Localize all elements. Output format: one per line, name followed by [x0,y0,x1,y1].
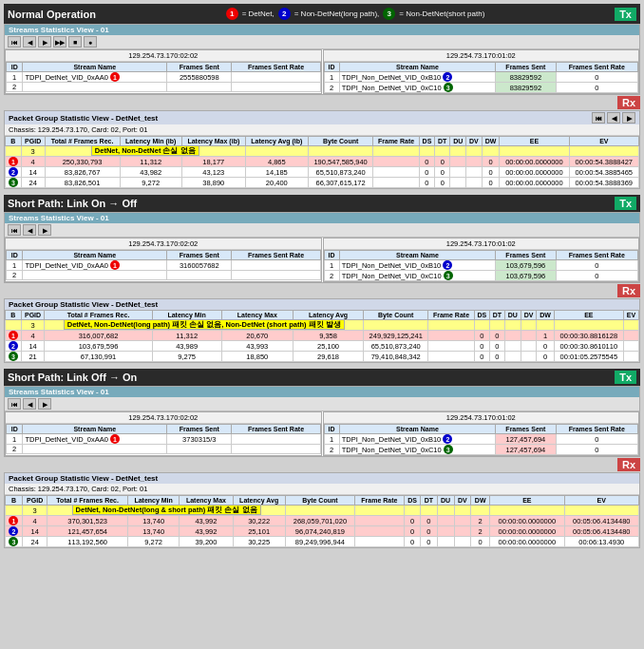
legend-3-text: = Non-DetNet(short path) [399,10,484,18]
tx-label-normal: Tx [615,8,636,21]
toolbar-btn-o3[interactable]: ▶ [38,398,51,410]
legend-2-badge: 2 [278,8,291,20]
table-row: 3 DetNet, Non-DetNet(long & short path) … [6,506,639,516]
tx-toolbar-short-off: ⏮ ◀ ▶ [5,223,639,238]
table-row: 1 TDPI_Non_DetNet_VID_0xB10 2 83829592 0 [324,72,638,83]
col-id: ID [7,63,23,72]
legend-1-badge: 1 [226,8,238,20]
col-rate-r: Frames Sent Rate [556,63,637,72]
tx-left-panel-short-on: 129.254.73.170:02:02 ID Stream Name Fram… [5,411,322,456]
warn-text-short-off: DetNet, Non-DetNet(long path) 패킷 손실 없음, … [64,319,345,330]
tx-right-panel-short-on: 129.254.73.170:01:02 ID Stream Name Fram… [323,411,640,456]
section-short-on-header: Short Path: Link Off → On Tx [4,369,640,386]
table-row: 2 TDPI_Non_DetNet_VID_0xC10 3 83829592 0 [324,83,638,93]
tx-right-table-normal: ID Stream Name Frames Sent Frames Sent R… [324,62,639,93]
warn-text-normal: DetNet, Non-DetNet 손실 없음 [91,145,199,156]
section-normal-title: Normal Operation [8,9,96,20]
table-row: 3 DetNet, Non-DetNet 손실 없음 [6,146,639,157]
legend-2-text: = Non-DetNet(long path), [294,10,380,18]
col-frames-sent: Frames Sent [167,63,232,72]
tx-label-short-off: Tx [615,197,636,210]
toolbar-btn-s3[interactable]: ▶ [38,224,51,236]
table-row: 2 [7,445,321,454]
table-row: 2 14 121,457,654 13,740 43,992 25,101 96… [6,526,639,537]
col-stream-r: Stream Name [339,63,496,72]
rx-table-normal: B PGID Total # Frames Rec. Latency Min (… [5,136,639,188]
toolbar-btn-s2[interactable]: ◀ [23,224,36,236]
tx-title-bar-normal: Streams Statistics View - 01 [5,25,639,35]
table-row: 2 [7,83,321,92]
table-row: 1 TDPI_DetNet_VID_0xAA0 1 3730315/3 [7,434,321,445]
table-row: 2 [7,271,321,280]
rx-btn-2[interactable]: ◀ [607,112,620,124]
table-row: 3 24 83,826,501 9,272 38,890 20,400 66,3… [6,178,639,188]
table-row: 2 14 103,679,596 43,989 43,993 25,100 65… [6,341,639,352]
rx-title-normal: Packet Group Statistic View - DetNet_tes… [5,111,639,124]
table-row: 1 TDPI_Non_DetNet_VID_0xB10 2 103,679,59… [324,260,638,271]
rx-label-row-short-on: Rx [4,458,640,471]
rx-panel-short-on: Packet Group Statistic View - DetNet_tes… [4,472,640,548]
tx-panel-short-on: Streams Statistics View - 01 ⏮ ◀ ▶ 129.2… [4,386,640,457]
warn-text-short-on: DetNet, Non-DetNet(long & short path) 패킷… [72,505,261,515]
toolbar-btn-s1[interactable]: ⏮ [8,224,21,236]
tx-toolbar-short-on: ⏮ ◀ ▶ [5,397,639,411]
col-stream: Stream Name [23,63,167,72]
table-row: 1 4 370,301,523 13,740 43,992 30,222 268… [6,516,639,526]
col-id-r: ID [324,63,339,72]
table-row: 1 4 250,330,793 11,312 18,177 4,865 190,… [6,157,639,167]
toolbar-btn-6[interactable]: ● [84,36,97,48]
toolbar-btn-2[interactable]: ◀ [23,36,36,48]
tx-right-ip-normal: 129.254.73.170:01:02 [324,50,639,62]
toolbar-btn-1[interactable]: ⏮ [8,36,21,48]
tx-sub-panels-normal: 129.254.73.170:02:02 ID Stream Name Fram… [5,49,639,94]
rx-table-short-on: B PGID Total # Frames Rec. Latency Min L… [5,495,639,547]
table-row: 1 TDPI_DetNet_VID_0xAA0 1 3160057682 [7,260,321,271]
badge-1-normal: 1 [110,72,120,82]
tx-right-panel-short-off: 129.254.73.170:01:02 ID Stream Name Fram… [323,238,640,282]
rx-chassis-normal: Chassis: 129.254.73.170, Card: 02, Port:… [5,124,639,136]
table-row: 1 4 316,007,682 11,312 20,670 9,358 249,… [6,331,639,341]
rx-label-row-normal: Rx [4,96,640,109]
tx-title-bar-short-off: Streams Statistics View - 01 [5,213,639,223]
rx-table-short-off: B PGID Total # Frames Rec. Latency Min L… [5,310,639,362]
section-short-off-header: Short Path: Link On → Off Tx [4,195,640,212]
table-row: 1 TDPI_Non_DetNet_VID_0xB10 2 127,457,69… [324,434,638,445]
table-row: 1 TDPI_DetNet_VID_0xAA0 1 2555880598 [7,72,321,83]
table-row: 3 21 67,130,991 9,275 18,850 29,618 79,4… [6,352,639,362]
rx-label-normal: Rx [617,96,640,109]
toolbar-btn-o2[interactable]: ◀ [23,398,36,410]
table-row: 3 24 113,192,560 9,272 39,200 30,225 89,… [6,537,639,547]
tx-panel-normal: Streams Statistics View - 01 ⏮ ◀ ▶ ▶▶ ■ … [4,24,640,95]
tx-right-panel-normal: 129.254.73.170:01:02 ID Stream Name Fram… [323,49,640,94]
toolbar-btn-4[interactable]: ▶▶ [53,36,66,48]
rx-panel-normal: Packet Group Statistic View - DetNet_tes… [4,110,640,189]
rx-toolbar-normal: ⏮ ◀ ▶ [592,112,635,124]
section-normal-header: Normal Operation 1 = DetNet, 2 = Non-Det… [4,4,640,24]
rx-btn-3[interactable]: ▶ [622,112,635,124]
section-short-off: Short Path: Link On → Off Tx Streams Sta… [4,195,640,363]
table-row: 2 TDPI_Non_DetNet_VID_0xC10 3 103,679,59… [324,271,638,281]
toolbar-btn-3[interactable]: ▶ [38,36,51,48]
tx-sub-panels-short-off: 129.254.73.170:02:02 ID Stream Name Fram… [5,238,639,282]
table-row: 3 DetNet, Non-DetNet(long path) 패킷 손실 없음… [6,320,639,331]
rx-label-row-short-off: Rx [4,284,640,297]
tx-toolbar-normal: ⏮ ◀ ▶ ▶▶ ■ ● [5,35,639,49]
rx-btn-1[interactable]: ⏮ [592,112,605,124]
tx-left-ip-normal: 129.254.73.170:02:02 [6,50,321,62]
badge-2-normal: 2 [443,72,452,82]
tx-right-table-short-off: ID Stream Name Frames Sent Frames Sent R… [324,250,639,281]
tx-panel-short-off: Streams Statistics View - 01 ⏮ ◀ ▶ 129.2… [4,212,640,283]
col-frames-r: Frames Sent [496,63,556,72]
main-container: Normal Operation 1 = DetNet, 2 = Non-Det… [0,0,644,554]
toolbar-btn-5[interactable]: ■ [68,36,82,48]
col-rate: Frames Sent Rate [232,63,320,72]
badge-3-normal: 3 [444,83,453,92]
tx-title-normal: Streams Statistics View - 01 [9,26,109,34]
tx-left-table-short-off: ID Stream Name Frames Sent Frames Sent R… [6,250,321,280]
toolbar-btn-o1[interactable]: ⏮ [8,398,21,410]
tx-left-table-normal: ID Stream Name Frames Sent Frames Sent R… [6,62,321,92]
legend-3-badge: 3 [383,8,395,20]
rx-panel-short-off: Packet Group Statistic View - DetNet_tes… [4,298,640,363]
section-short-on-title: Short Path: Link Off → On [8,372,137,383]
table-row: 2 TDPI_Non_DetNet_VID_0xC10 3 127,457,69… [324,445,638,455]
